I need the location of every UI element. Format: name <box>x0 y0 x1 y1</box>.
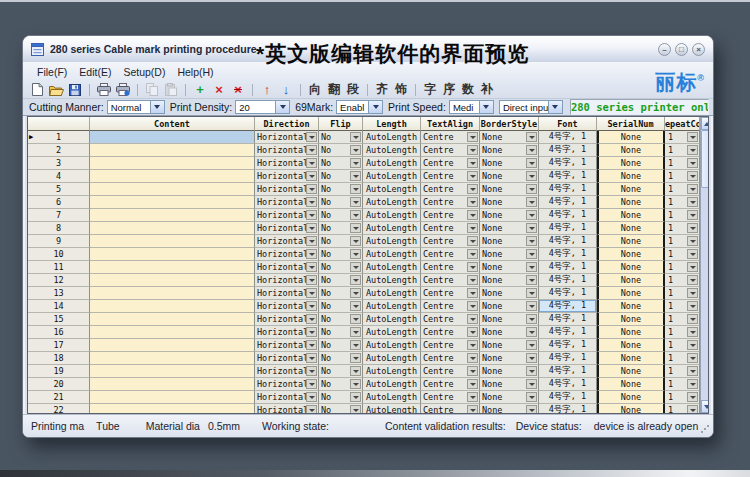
content-cell[interactable] <box>90 274 255 287</box>
chevron-down-icon[interactable] <box>306 145 317 155</box>
chevron-down-icon[interactable] <box>306 197 317 207</box>
chevron-down-icon[interactable] <box>526 288 537 298</box>
length-cell[interactable]: AutoLength <box>363 248 421 261</box>
length-cell[interactable]: AutoLength <box>363 391 421 404</box>
chevron-down-icon[interactable] <box>350 353 361 363</box>
flip-cell[interactable]: No <box>319 404 363 414</box>
chevron-down-icon[interactable] <box>467 236 478 246</box>
serialnum-cell[interactable]: None <box>597 274 665 287</box>
row-number-cell[interactable]: 21 <box>28 391 90 404</box>
chevron-down-icon[interactable] <box>687 197 698 207</box>
chevron-down-icon[interactable] <box>526 145 537 155</box>
chevron-down-icon[interactable] <box>687 223 698 233</box>
borderstyle-cell[interactable]: None <box>480 248 539 261</box>
font-cell[interactable]: 4号字, 1 <box>539 235 597 248</box>
row-number-cell[interactable]: 18 <box>28 352 90 365</box>
content-cell[interactable] <box>90 209 255 222</box>
borderstyle-cell[interactable]: None <box>480 339 539 352</box>
flip-cell[interactable]: No <box>319 287 363 300</box>
new-file-icon[interactable] <box>29 82 45 97</box>
borderstyle-cell[interactable]: None <box>480 144 539 157</box>
cn-serial-button[interactable]: 序 <box>441 82 457 97</box>
direction-cell[interactable]: Horizontal <box>255 170 319 183</box>
serialnum-cell[interactable]: None <box>597 183 665 196</box>
chevron-down-icon[interactable] <box>467 184 478 194</box>
direction-cell[interactable]: Horizontal <box>255 261 319 274</box>
row-number-cell[interactable]: 3 <box>28 157 90 170</box>
cn-font-button[interactable]: 字 <box>422 82 438 97</box>
cn-border-button[interactable]: 饰 <box>393 82 409 97</box>
flip-cell[interactable]: No <box>319 196 363 209</box>
cn-repair-button[interactable]: 补 <box>479 82 495 97</box>
chevron-down-icon[interactable] <box>526 210 537 220</box>
chevron-down-icon[interactable] <box>526 184 537 194</box>
textalign-cell[interactable]: Centre <box>421 248 480 261</box>
textalign-cell[interactable]: Centre <box>421 339 480 352</box>
chevron-down-icon[interactable] <box>306 392 317 402</box>
scroll-down-button[interactable] <box>701 400 709 413</box>
chevron-down-icon[interactable] <box>350 340 361 350</box>
serialnum-cell[interactable]: None <box>597 235 665 248</box>
textalign-cell[interactable]: Centre <box>421 157 480 170</box>
chevron-down-icon[interactable] <box>687 249 698 259</box>
chevron-down-icon[interactable] <box>467 249 478 259</box>
content-cell[interactable] <box>90 339 255 352</box>
chevron-down-icon[interactable] <box>350 288 361 298</box>
chevron-down-icon[interactable] <box>687 171 698 181</box>
chevron-down-icon[interactable] <box>467 210 478 220</box>
length-cell[interactable]: AutoLength <box>363 300 421 313</box>
menu-item-edit[interactable]: Edit(E) <box>73 66 117 78</box>
row-number-cell[interactable]: 13 <box>28 287 90 300</box>
cn-segment-button[interactable]: 段 <box>345 82 361 97</box>
column-header-content[interactable]: Content <box>90 117 255 131</box>
chevron-down-icon[interactable] <box>687 145 698 155</box>
textalign-cell[interactable]: Centre <box>421 261 480 274</box>
font-cell[interactable]: 4号字, 1 <box>539 274 597 287</box>
chevron-down-icon[interactable] <box>687 392 698 402</box>
paste-icon[interactable] <box>163 82 179 97</box>
column-header-textalign[interactable]: TextAlign <box>421 117 480 131</box>
repeatcount-cell[interactable]: 1 <box>665 196 700 209</box>
chevron-down-icon[interactable] <box>687 210 698 220</box>
direction-cell[interactable]: Horizontal <box>255 183 319 196</box>
flip-cell[interactable]: No <box>319 313 363 326</box>
repeatcount-cell[interactable]: 1 <box>665 157 700 170</box>
chevron-down-icon[interactable] <box>548 101 562 113</box>
chevron-down-icon[interactable] <box>350 405 361 414</box>
textalign-cell[interactable]: Centre <box>421 378 480 391</box>
content-cell[interactable] <box>90 287 255 300</box>
serialnum-cell[interactable]: None <box>597 339 665 352</box>
chevron-down-icon[interactable] <box>467 405 478 414</box>
direction-cell[interactable]: Horizontal <box>255 287 319 300</box>
borderstyle-cell[interactable]: None <box>480 287 539 300</box>
direction-cell[interactable]: Horizontal <box>255 157 319 170</box>
serialnum-cell[interactable]: None <box>597 404 665 414</box>
print-icon[interactable] <box>96 82 112 97</box>
serialnum-cell[interactable]: None <box>597 313 665 326</box>
direction-cell[interactable]: Horizontal <box>255 378 319 391</box>
repeatcount-cell[interactable]: 1 <box>665 352 700 365</box>
borderstyle-cell[interactable]: None <box>480 365 539 378</box>
repeatcount-cell[interactable]: 1 <box>665 274 700 287</box>
input-mode-select[interactable]: Direct input <box>499 100 563 114</box>
direction-cell[interactable]: Horizontal <box>255 352 319 365</box>
textalign-cell[interactable]: Centre <box>421 300 480 313</box>
chevron-down-icon[interactable] <box>306 275 317 285</box>
textalign-cell[interactable]: Centre <box>421 222 480 235</box>
content-cell[interactable] <box>90 352 255 365</box>
serialnum-cell[interactable]: None <box>597 352 665 365</box>
length-cell[interactable]: AutoLength <box>363 131 421 144</box>
chevron-down-icon[interactable] <box>350 184 361 194</box>
repeatcount-cell[interactable]: 1 <box>665 313 700 326</box>
chevron-down-icon[interactable] <box>306 353 317 363</box>
chevron-down-icon[interactable] <box>467 158 478 168</box>
textalign-cell[interactable]: Centre <box>421 131 480 144</box>
textalign-cell[interactable]: Centre <box>421 144 480 157</box>
font-cell[interactable]: 4号字, 1 <box>539 339 597 352</box>
row-number-cell[interactable]: 19 <box>28 365 90 378</box>
chevron-down-icon[interactable] <box>350 366 361 376</box>
repeatcount-cell[interactable]: 1 <box>665 170 700 183</box>
content-cell[interactable] <box>90 248 255 261</box>
chevron-down-icon[interactable] <box>306 158 317 168</box>
column-header-length[interactable]: Length <box>363 117 421 131</box>
